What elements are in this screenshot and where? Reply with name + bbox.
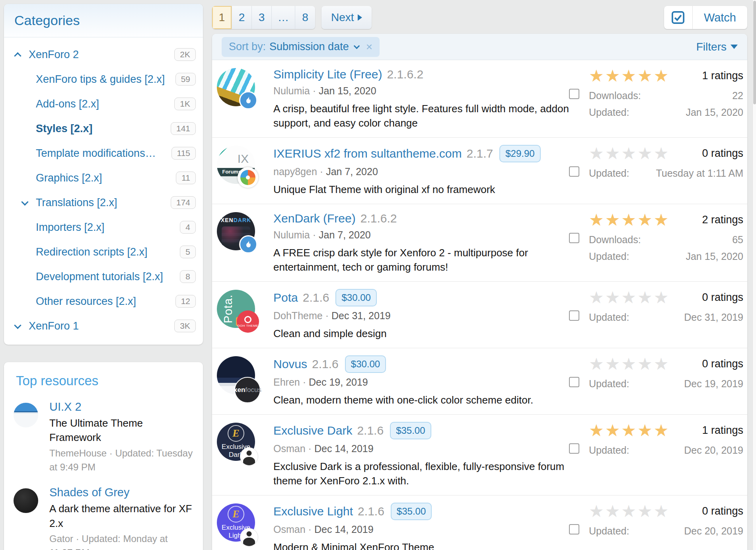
category-item[interactable]: XenForo tips & guides [2.x] 59 (4, 67, 203, 92)
select-resource-checkbox[interactable] (569, 89, 579, 99)
top-resource-item[interactable]: Shades of Grey A dark theme alternative … (14, 486, 193, 550)
category-chevron-slot[interactable] (22, 126, 36, 131)
page-button-1[interactable]: 1 (212, 6, 232, 29)
watch-button[interactable]: Watch (664, 6, 747, 29)
category-label[interactable]: Add-ons [2.x] (36, 98, 99, 110)
category-chevron-slot[interactable] (22, 299, 36, 304)
page-button-3[interactable]: 3 (252, 6, 272, 29)
category-label[interactable]: Styles [2.x] (36, 123, 93, 135)
resource-title-link[interactable]: Pota (273, 291, 298, 305)
resource-author[interactable]: Nulumia (273, 85, 310, 96)
category-label[interactable]: Translations [2.x] (36, 197, 117, 209)
category-label[interactable]: Template modifications… (36, 147, 156, 160)
resource-title-link[interactable]: XenDark (Free) (273, 211, 356, 226)
resource-avatar[interactable]: XENDARK (217, 212, 255, 250)
page-button-8[interactable]: 8 (295, 6, 315, 29)
select-resource-checkbox[interactable] (569, 166, 579, 177)
category-label[interactable]: Development tutorials [2.x] (36, 271, 163, 283)
category-label[interactable]: XenForo 2 (29, 49, 79, 61)
pinwheel-badge-icon (238, 167, 258, 188)
resource-avatar[interactable]: Pota.DOH THEME (217, 290, 255, 328)
resource-title-link[interactable]: Exclusive Dark (273, 423, 352, 438)
category-item[interactable]: Other resources [2.x] 12 (4, 289, 203, 314)
resource-avatar[interactable]: xenfocus (217, 356, 255, 394)
category-item[interactable]: XenForo 2 2K (4, 42, 203, 67)
resource-avatar[interactable] (217, 68, 255, 106)
select-resource-checkbox[interactable] (569, 524, 579, 534)
category-chevron-slot[interactable] (22, 101, 36, 107)
category-chevron-slot[interactable] (22, 274, 36, 279)
category-chevron-slot[interactable] (22, 201, 36, 205)
rating-stars: ★★★★★ (589, 211, 670, 229)
scrollbar-thumb[interactable] (753, 1, 756, 104)
category-label[interactable]: Redirection scripts [2.x] (36, 246, 148, 258)
category-item[interactable]: Development tutorials [2.x] 8 (4, 264, 203, 289)
info-label: Updated: (589, 444, 629, 456)
category-item[interactable]: Styles [2.x] 141 (4, 116, 203, 141)
next-page-label: Next (331, 11, 354, 24)
dohtheme-badge-icon: DOH THEME (237, 310, 259, 333)
category-label[interactable]: Other resources [2.x] (36, 295, 136, 308)
category-item[interactable]: Add-ons [2.x] 1K (4, 92, 203, 116)
info-label: Updated: (589, 106, 629, 118)
category-label[interactable]: XenForo tips & guides [2.x] (36, 73, 165, 86)
resource-version: 2.1.6.2 (360, 211, 397, 226)
resource-title-link[interactable]: Novus (273, 357, 307, 371)
resource-avatar[interactable]: EExclusiveDark (217, 423, 255, 461)
remove-sort-icon[interactable]: × (366, 41, 372, 53)
resource-title-link[interactable]: Exclusive Light (273, 504, 353, 519)
category-chevron-slot[interactable] (22, 77, 36, 82)
category-label[interactable]: Importers [2.x] (36, 221, 105, 234)
category-count-badge: 174 (171, 196, 196, 209)
resource-row: XENDARK XenDark (Free) 2.1.6.2 Nulumia·J… (212, 204, 747, 282)
select-resource-checkbox[interactable] (569, 443, 579, 454)
resource-avatar[interactable]: EExclusiveLight (217, 503, 255, 542)
category-chevron-slot[interactable] (22, 250, 36, 255)
info-value: Dec 20, 2019 (684, 444, 743, 456)
top-resource-title-link[interactable]: UI.X 2 (49, 400, 193, 413)
category-chevron-slot[interactable] (22, 151, 36, 156)
category-item[interactable]: Graphics [2.x] 11 (4, 166, 203, 190)
category-item[interactable]: Importers [2.x] 4 (4, 215, 203, 240)
resource-author[interactable]: napy8gen (273, 166, 317, 177)
resource-author[interactable]: Ehren (273, 376, 300, 388)
resource-title-link[interactable]: Simplicity Lite (Free) (273, 67, 382, 82)
top-resource-title-link[interactable]: Shades of Grey (49, 486, 193, 499)
chevron-icon (14, 322, 21, 329)
category-label[interactable]: XenForo 1 (29, 320, 79, 332)
category-chevron-slot[interactable] (15, 51, 29, 59)
select-resource-checkbox[interactable] (569, 377, 579, 387)
category-label[interactable]: Graphics [2.x] (36, 172, 102, 184)
resource-author[interactable]: Osman (273, 524, 306, 535)
category-chevron-slot[interactable] (22, 225, 36, 230)
select-resource-checkbox[interactable] (569, 310, 579, 321)
page-button-2[interactable]: 2 (232, 6, 252, 29)
select-resource-checkbox[interactable] (569, 233, 579, 243)
category-item[interactable]: Translations [2.x] 174 (4, 190, 203, 215)
flame-badge-icon (239, 91, 257, 109)
resource-date: Jan 7, 2020 (319, 229, 371, 240)
resource-author[interactable]: Osman (273, 443, 306, 454)
top-resource-item[interactable]: UI.X 2 The Ultimate Theme Framework Them… (14, 400, 193, 474)
avatar-text: Pota. (222, 295, 235, 324)
scrollbar[interactable] (752, 0, 756, 550)
category-chevron-slot[interactable] (22, 176, 36, 181)
next-page-button[interactable]: Next (321, 6, 372, 29)
avatar-monogram: E (228, 425, 244, 442)
resource-date: Jan 15, 2020 (319, 85, 376, 96)
resource-row: IXForums IXERIUS xf2 from sultantheme.co… (212, 138, 747, 204)
category-chevron-slot[interactable] (15, 324, 29, 328)
watch-checkbox-segment[interactable] (664, 6, 693, 29)
resource-title-link[interactable]: IXERIUS xf2 from sultantheme.com (273, 146, 462, 161)
category-item[interactable]: XenForo 1 3K (4, 314, 203, 338)
resource-author[interactable]: Nulumia (273, 229, 310, 240)
sort-chip[interactable]: Sort by: Submission date × (222, 37, 380, 57)
category-item[interactable]: Redirection scripts [2.x] 5 (4, 240, 203, 264)
category-item[interactable]: Template modifications… 115 (4, 141, 203, 166)
resource-avatar[interactable]: IXForums (217, 146, 255, 184)
filters-toggle[interactable]: Filters (696, 41, 738, 53)
resource-date: Dec 31, 2019 (331, 310, 391, 321)
info-value: Dec 20, 2019 (684, 525, 743, 537)
info-label: Downloads: (589, 90, 641, 101)
resource-author[interactable]: DohTheme (273, 310, 323, 321)
